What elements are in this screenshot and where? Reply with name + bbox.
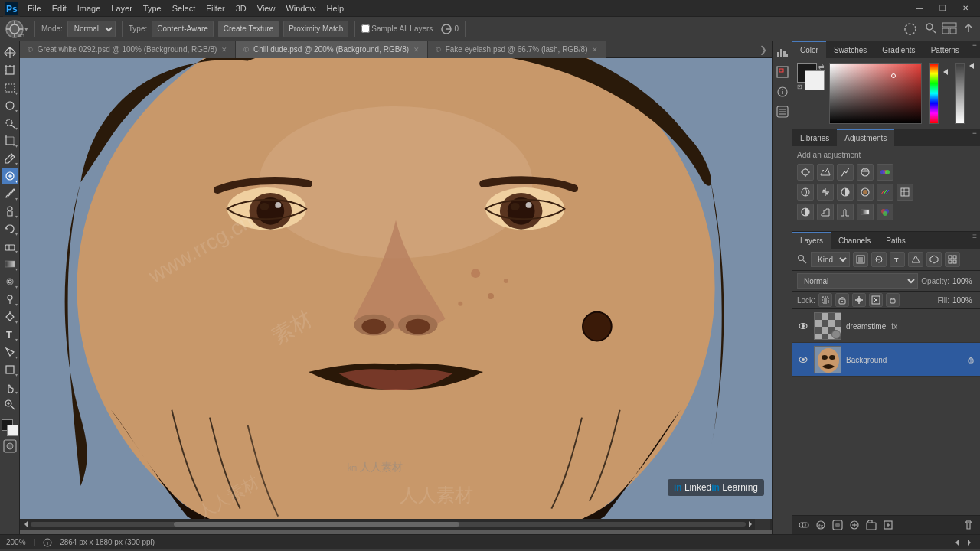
- arrow-right-icon[interactable]: [965, 538, 974, 547]
- delete-layer-btn[interactable]: [962, 518, 975, 532]
- share-icon[interactable]: [962, 21, 975, 37]
- background-swatch[interactable]: [805, 70, 825, 90]
- layers-filter-kind[interactable]: Kind: [811, 252, 850, 267]
- mode-select[interactable]: Normal: [67, 21, 116, 37]
- tool-healing-brush[interactable]: ▾: [2, 168, 18, 184]
- fill-value[interactable]: 100%: [952, 296, 975, 305]
- sample-all-layers-checkbox[interactable]: Sample All Layers: [361, 24, 433, 33]
- link-layers-btn[interactable]: [797, 518, 811, 532]
- tool-path-select[interactable]: ▾: [2, 344, 18, 360]
- scroll-right-arrow[interactable]: [746, 520, 755, 529]
- color-tab-gradients[interactable]: Gradients: [874, 41, 923, 58]
- canvas-image-area[interactable]: www.rrcg.cn 素材 人人素材 人人素材 ㎞ 人人素材 in Linke…: [20, 58, 772, 519]
- canvas-tab-1[interactable]: © Great white 0292.psd @ 100% (Backgroun…: [20, 41, 236, 58]
- fg-bg-swatches[interactable]: ⇄ ⊡: [797, 63, 825, 90]
- adj-vibrance-icon[interactable]: [877, 164, 893, 181]
- menu-view[interactable]: View: [253, 2, 280, 15]
- h-scrollbar-track[interactable]: [31, 522, 746, 527]
- layers-tab-paths[interactable]: Paths: [878, 232, 913, 249]
- alpha-slider[interactable]: [956, 63, 965, 124]
- layers-tab-channels[interactable]: Channels: [831, 232, 878, 249]
- filter-smartobj-icon[interactable]: [926, 252, 942, 267]
- opacity-value[interactable]: 100%: [952, 277, 975, 285]
- adj-gradientmap-icon[interactable]: [857, 204, 874, 220]
- menu-select[interactable]: Select: [168, 2, 201, 15]
- h-scrollbar[interactable]: [20, 519, 772, 530]
- filter-type-icon[interactable]: T: [890, 252, 905, 267]
- quick-mask-button[interactable]: [2, 439, 18, 455]
- adj-selectivecolor-icon[interactable]: [877, 204, 893, 220]
- menu-filter[interactable]: Filter: [201, 2, 229, 15]
- panels-collapse-btn[interactable]: ❯: [755, 44, 772, 55]
- tool-move[interactable]: [2, 44, 18, 61]
- layers-tab-layers[interactable]: Layers: [792, 232, 831, 249]
- close-button[interactable]: ✕: [954, 0, 977, 17]
- adj-colorlookup-icon[interactable]: [897, 184, 913, 201]
- create-texture-button[interactable]: Create Texture: [218, 21, 279, 37]
- add-layer-mask-btn[interactable]: [831, 518, 844, 532]
- menu-help[interactable]: Help: [322, 2, 349, 15]
- filter-grid-icon[interactable]: [945, 252, 960, 267]
- layer-item-background[interactable]: Background: [792, 343, 980, 377]
- tool-zoom[interactable]: [2, 396, 18, 413]
- arrow-left-icon[interactable]: [952, 538, 962, 547]
- navigator-icon[interactable]: [775, 64, 790, 80]
- background-color[interactable]: [7, 425, 18, 436]
- tool-clone[interactable]: ▾: [2, 203, 18, 220]
- tool-pen[interactable]: ▾: [2, 308, 18, 325]
- info-icon[interactable]: [775, 84, 790, 99]
- search-icon[interactable]: [925, 22, 937, 36]
- fg-bg-color-swatch[interactable]: [2, 419, 18, 436]
- workspace-icon[interactable]: [942, 22, 957, 36]
- create-group-btn[interactable]: [864, 518, 878, 532]
- tool-type[interactable]: T ▾: [2, 326, 18, 343]
- lock-position-btn[interactable]: [852, 293, 866, 307]
- h-scrollbar-thumb[interactable]: [174, 522, 460, 527]
- menu-edit[interactable]: Edit: [47, 2, 71, 15]
- layer-item-dreamstime[interactable]: // Will be rendered inline: [792, 309, 980, 343]
- adj-curves-icon[interactable]: [837, 164, 854, 181]
- proximity-match-button[interactable]: Proximity Match: [283, 21, 348, 37]
- adj-threshold-icon[interactable]: [837, 204, 854, 220]
- minimize-button[interactable]: —: [908, 0, 931, 17]
- adj-photofilter-icon[interactable]: [857, 184, 874, 201]
- adj-invert-icon[interactable]: [797, 204, 814, 220]
- color-tab-swatches[interactable]: Swatches: [826, 41, 874, 58]
- tab2-close[interactable]: ✕: [413, 46, 420, 54]
- tool-brush[interactable]: ▾: [2, 185, 18, 202]
- tab1-close[interactable]: ✕: [221, 46, 227, 54]
- tool-blur[interactable]: ▾: [2, 273, 18, 290]
- adj-bw-icon[interactable]: [837, 184, 854, 201]
- hue-slider[interactable]: [929, 63, 939, 124]
- reset-colors-icon[interactable]: ⊡: [797, 83, 802, 90]
- lock-all-btn[interactable]: [886, 293, 900, 307]
- layer-eye-dreamstime[interactable]: [797, 320, 809, 332]
- color-tab-patterns[interactable]: Patterns: [923, 41, 967, 58]
- menu-type[interactable]: Type: [139, 2, 166, 15]
- tool-hand[interactable]: ▾: [2, 379, 18, 396]
- canvas-tab-2[interactable]: © Chill dude.psd @ 200% (Background, RGB…: [236, 41, 428, 58]
- adj-channelmix-icon[interactable]: [877, 184, 893, 201]
- maximize-button[interactable]: ❒: [931, 0, 954, 17]
- filter-adj-icon[interactable]: [871, 252, 887, 267]
- create-new-layer-btn[interactable]: [881, 518, 895, 532]
- tool-rect-marquee[interactable]: ▾ ▾: [2, 80, 18, 96]
- canvas-tab-3[interactable]: © Fake eyelash.psd @ 66.7% (lash, RGB/8)…: [428, 41, 606, 58]
- color-gradient-picker[interactable]: [829, 63, 922, 124]
- tool-preset-arrow[interactable]: ▾: [24, 25, 28, 33]
- filter-shape-icon[interactable]: [908, 252, 923, 267]
- color-tab-color[interactable]: Color: [792, 41, 826, 58]
- tool-eraser[interactable]: ▾: [2, 238, 18, 255]
- tool-crop[interactable]: ▾: [2, 132, 18, 149]
- adj-brightness-icon[interactable]: [797, 164, 814, 181]
- lock-transparent-btn[interactable]: [818, 293, 832, 307]
- tool-artboard[interactable]: [2, 62, 18, 79]
- layers-panel-menu[interactable]: ≡: [969, 232, 980, 249]
- tool-dodge[interactable]: ▾: [2, 291, 18, 308]
- adj-posterize-icon[interactable]: [817, 204, 834, 220]
- adj-hsl-icon[interactable]: [797, 184, 814, 201]
- menu-window[interactable]: Window: [281, 2, 320, 15]
- color-panel-menu[interactable]: ≡: [969, 41, 980, 58]
- adjustments-side-icon[interactable]: [775, 104, 790, 119]
- lock-artboards-btn[interactable]: [869, 293, 883, 307]
